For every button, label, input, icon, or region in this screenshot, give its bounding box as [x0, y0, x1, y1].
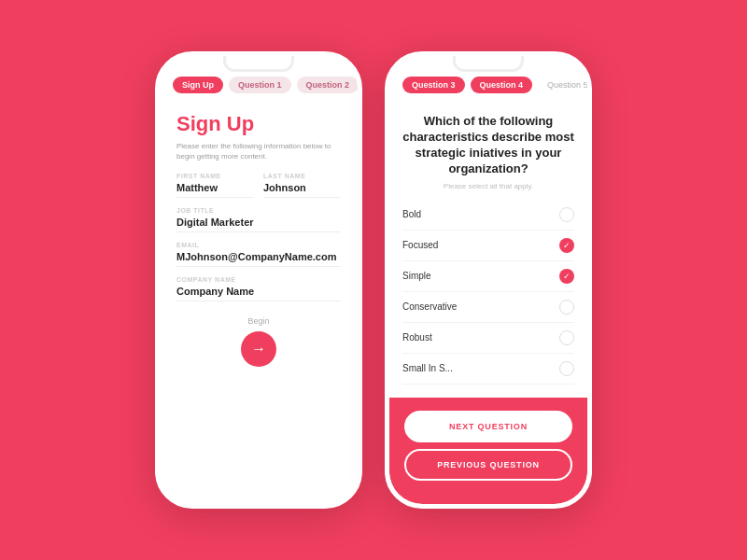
check-simple-icon: ✓ [559, 269, 574, 284]
tab-question2[interactable]: Question 2 [297, 77, 359, 93]
email-field: EMAIL MJohnson@CompanyName.com [176, 242, 341, 267]
company-name-field: COMPANY NAME Company Name [176, 276, 341, 301]
check-conservative-icon [559, 300, 574, 315]
tab-signup[interactable]: Sign Up [173, 77, 223, 93]
previous-question-button[interactable]: PREVIOUS QUESTION [404, 449, 572, 481]
option-small[interactable]: Small In S... [402, 354, 574, 385]
page-description: Please enter the following information b… [176, 141, 341, 161]
job-title-label: JOB TITLE [176, 207, 341, 214]
option-simple[interactable]: Simple ✓ [402, 261, 574, 292]
job-title-field: JOB TITLE Digital Marketer [176, 207, 341, 232]
last-name-field: LAST NAME Johnson [263, 173, 341, 198]
tab-question3[interactable]: Question 3 [402, 77, 465, 93]
option-bold-label: Bold [402, 209, 421, 219]
begin-label: Begin [247, 316, 269, 326]
next-question-button[interactable]: NEXT QUESTION [404, 411, 572, 442]
tab-question5[interactable]: Question 5 [538, 77, 592, 93]
check-small-icon [559, 361, 574, 376]
first-name-value[interactable]: Matthew [176, 182, 254, 198]
first-name-label: FIRST NAME [176, 173, 254, 179]
email-label: EMAIL [176, 242, 341, 248]
name-field-group: FIRST NAME Matthew LAST NAME Johnson [176, 173, 341, 198]
first-name-field: FIRST NAME Matthew [176, 173, 254, 198]
begin-button[interactable]: → [241, 331, 276, 367]
right-tab-bar: Question 3 Question 4 Question 5 [389, 56, 587, 103]
company-name-value[interactable]: Company Name [176, 286, 341, 301]
option-conservative-label: Conservative [402, 301, 457, 312]
begin-section: Begin → [176, 316, 341, 367]
right-phone: Question 3 Question 4 Question 5 Which o… [385, 51, 592, 509]
left-tab-bar: Sign Up Question 1 Question 2 [160, 56, 358, 103]
last-name-value[interactable]: Johnson [263, 182, 341, 198]
last-name-label: LAST NAME [263, 173, 341, 179]
option-robust-label: Robust [402, 332, 432, 343]
job-title-value[interactable]: Digital Marketer [176, 217, 341, 232]
page-title: Sign Up [176, 112, 341, 136]
check-bold-icon [559, 207, 574, 222]
email-value[interactable]: MJohnson@CompanyName.com [176, 251, 341, 267]
question-title: Which of the following characteristics d… [402, 114, 574, 177]
option-focused[interactable]: Focused ✓ [402, 231, 574, 261]
check-focused-icon: ✓ [559, 238, 574, 253]
arrow-icon: → [251, 341, 266, 357]
signup-content: Sign Up Please enter the following infor… [160, 103, 358, 376]
bottom-action-area: NEXT QUESTION PREVIOUS QUESTION [389, 398, 587, 504]
option-simple-label: Simple [402, 271, 431, 281]
tab-question4[interactable]: Question 4 [471, 77, 533, 93]
tab-question1[interactable]: Question 1 [229, 77, 291, 93]
option-conservative[interactable]: Conservative [402, 292, 574, 323]
company-name-label: COMPANY NAME [176, 276, 341, 283]
check-robust-icon [559, 330, 574, 345]
option-focused-label: Focused [402, 240, 438, 250]
option-robust[interactable]: Robust [402, 323, 574, 354]
question-subtitle: Please select all that apply. [402, 182, 574, 190]
option-small-label: Small In S... [402, 363, 453, 373]
left-phone: Sign Up Question 1 Question 2 Sign Up Pl… [155, 51, 362, 509]
option-bold[interactable]: Bold [402, 200, 574, 231]
